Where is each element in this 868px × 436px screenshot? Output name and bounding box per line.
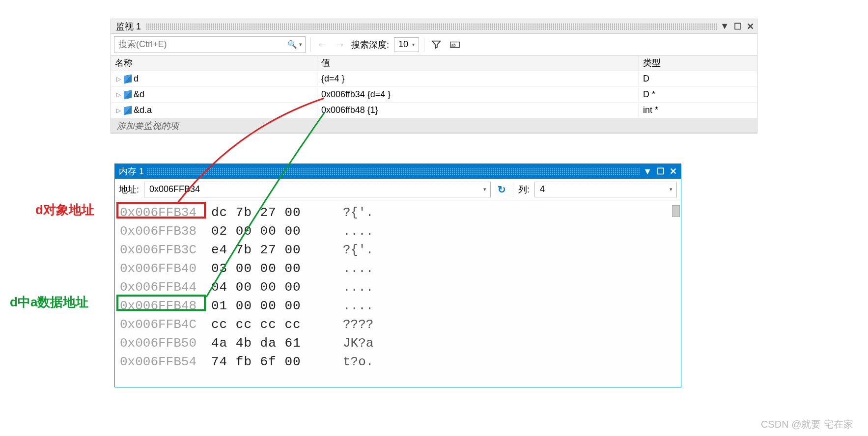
watch-value: 0x006ffb34 {d=4 } <box>317 88 639 101</box>
memory-ascii: .... <box>343 259 373 278</box>
expander-icon[interactable]: ▷ <box>115 76 122 82</box>
columns-field[interactable] <box>539 184 563 195</box>
memory-row: 0x006FFB4404 00 00 00.... <box>120 278 676 297</box>
search-input[interactable]: 🔍 ▾ <box>114 36 306 53</box>
column-value-header[interactable]: 值 <box>317 55 639 71</box>
memory-bytes: 01 00 00 00 <box>211 297 339 315</box>
chevron-down-icon[interactable]: ▼ <box>643 166 652 177</box>
scrollbar-thumb[interactable] <box>672 205 680 217</box>
memory-ascii: JK?a <box>343 334 373 353</box>
address-label: 地址: <box>119 184 139 195</box>
search-field[interactable] <box>117 39 287 50</box>
memory-ascii: t?o. <box>343 353 373 371</box>
svg-text:ab: ab <box>451 43 456 47</box>
highlight-a-address <box>116 295 206 311</box>
chevron-down-icon[interactable]: ▼ <box>720 21 729 31</box>
watch-row[interactable]: ▷ &d 0x006ffb34 {d=4 } D * <box>111 87 757 103</box>
watch-name: d <box>134 74 139 84</box>
memory-bytes: 4a 4b da 61 <box>211 334 339 353</box>
close-icon[interactable]: ✕ <box>747 21 754 32</box>
add-watch-label: 添加要监视的项 <box>117 120 179 132</box>
memory-row: 0x006FFB504a 4b da 61JK?a <box>120 334 676 353</box>
search-depth-select[interactable]: 10 ▾ <box>394 37 419 52</box>
annotation-a-address: d中a数据地址 <box>10 294 88 311</box>
memory-ascii: .... <box>343 297 373 315</box>
search-depth-label: 搜索深度: <box>351 39 389 51</box>
memory-panel-title: 内存 1 <box>119 165 144 177</box>
chevron-down-icon[interactable]: ▾ <box>670 186 672 192</box>
annotation-d-address: d对象地址 <box>35 201 94 218</box>
memory-addr: 0x006FFB3C <box>120 241 207 259</box>
memory-body[interactable]: 0x006FFB34dc 7b 27 00?{'. 0x006FFB3802 0… <box>115 200 681 387</box>
address-input[interactable]: ▾ <box>144 182 491 197</box>
columns-label: 列: <box>518 184 530 195</box>
watch-value: 0x006ffb48 {1} <box>317 104 639 117</box>
refresh-icon[interactable]: ↻ <box>496 184 508 195</box>
nav-back-icon[interactable]: ← <box>316 38 329 51</box>
watch-value: {d=4 } <box>317 72 639 85</box>
memory-bytes: 02 00 00 00 <box>211 222 339 241</box>
memory-addr: 0x006FFB38 <box>120 222 207 241</box>
maximize-icon[interactable]: ☐ <box>734 21 742 32</box>
object-icon <box>124 74 132 83</box>
watch-toolbar: 🔍 ▾ ← → 搜索深度: 10 ▾ ab <box>111 34 757 55</box>
watch-name: &d <box>134 89 144 100</box>
column-name-header[interactable]: 名称 <box>111 55 317 71</box>
watch-type: D <box>639 72 757 85</box>
memory-ascii: .... <box>343 222 373 241</box>
memory-ascii: ?{'. <box>343 241 373 259</box>
watch-row[interactable]: ▷ &d.a 0x006ffb48 {1} int * <box>111 103 757 118</box>
expander-icon[interactable]: ▷ <box>115 107 122 114</box>
memory-bytes: e4 7b 27 00 <box>211 241 339 259</box>
memory-ascii: .... <box>343 278 373 297</box>
memory-bytes: dc 7b 27 00 <box>211 203 339 222</box>
memory-row: 0x006FFB4Ccc cc cc cc???? <box>120 315 676 334</box>
search-dropdown-icon[interactable]: ▾ <box>299 41 302 48</box>
expander-icon[interactable]: ▷ <box>115 91 122 98</box>
memory-row: 0x006FFB3802 00 00 00.... <box>120 222 676 241</box>
memory-panel: 内存 1 ▼ ☐ ✕ 地址: ▾ ↻ 列: ▾ 0x006FFB34dc 7b … <box>114 164 681 387</box>
memory-titlebar: 内存 1 ▼ ☐ ✕ <box>115 164 681 179</box>
maximize-icon[interactable]: ☐ <box>657 166 665 177</box>
memory-row: 0x006FFB5474 fb 6f 00t?o. <box>120 353 676 371</box>
watermark: CSDN @就要 宅在家 <box>761 418 853 431</box>
column-type-header[interactable]: 类型 <box>639 55 757 71</box>
address-field[interactable] <box>148 184 483 195</box>
memory-bytes: 74 fb 6f 00 <box>211 353 339 371</box>
abc-icon[interactable]: ab <box>448 38 462 52</box>
columns-input[interactable]: ▾ <box>534 182 677 197</box>
memory-toolbar: 地址: ▾ ↻ 列: ▾ <box>115 179 681 200</box>
highlight-d-address <box>116 202 206 218</box>
titlebar-grip[interactable] <box>146 23 717 30</box>
chevron-down-icon[interactable]: ▾ <box>483 186 486 192</box>
memory-row: 0x006FFB4003 00 00 00.... <box>120 259 676 278</box>
memory-addr: 0x006FFB54 <box>120 353 207 371</box>
memory-addr: 0x006FFB44 <box>120 278 207 297</box>
memory-ascii: ?{'. <box>343 203 373 222</box>
object-icon <box>124 90 132 99</box>
chevron-down-icon: ▾ <box>412 42 415 47</box>
close-icon[interactable]: ✕ <box>670 166 677 177</box>
memory-addr: 0x006FFB50 <box>120 334 207 353</box>
memory-bytes: 03 00 00 00 <box>211 259 339 278</box>
watch-name: &d.a <box>134 105 152 115</box>
watch-panel-title: 监视 1 <box>114 21 143 32</box>
watch-rows: ▷ d {d=4 } D ▷ &d 0x006ffb34 {d=4 } D * … <box>111 71 757 133</box>
nav-forward-icon[interactable]: → <box>334 38 346 51</box>
search-depth-value: 10 <box>398 39 408 50</box>
memory-addr: 0x006FFB40 <box>120 259 207 278</box>
memory-addr: 0x006FFB4C <box>120 315 207 334</box>
titlebar-grip[interactable] <box>147 168 640 175</box>
add-watch-item[interactable]: 添加要监视的项 <box>111 118 757 133</box>
search-icon[interactable]: 🔍 <box>287 40 297 49</box>
memory-bytes: 04 00 00 00 <box>211 278 339 297</box>
watch-titlebar: 监视 1 ▼ ☐ ✕ <box>111 19 757 34</box>
memory-ascii: ???? <box>343 315 373 334</box>
watch-columns-header: 名称 值 类型 <box>111 55 757 71</box>
watch-type: D * <box>639 88 757 101</box>
watch-type: int * <box>639 104 757 117</box>
watch-row[interactable]: ▷ d {d=4 } D <box>111 71 757 87</box>
watch-panel: 监视 1 ▼ ☐ ✕ 🔍 ▾ ← → 搜索深度: 10 ▾ <box>111 19 757 134</box>
object-icon <box>124 106 132 115</box>
filter-icon[interactable] <box>429 38 443 52</box>
